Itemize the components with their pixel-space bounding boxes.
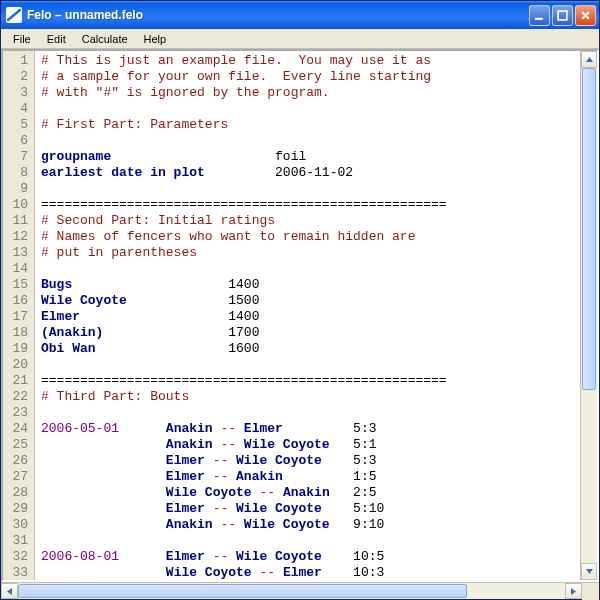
scroll-down-icon[interactable] — [581, 563, 597, 580]
code-line[interactable]: # This is just an example file. You may … — [41, 53, 580, 69]
line-number: 23 — [5, 405, 28, 421]
code-line[interactable]: Wile Coyote -- Elmer 10:3 — [41, 565, 580, 580]
line-number: 3 — [5, 85, 28, 101]
hscroll-track[interactable] — [18, 583, 565, 599]
scroll-up-icon[interactable] — [581, 51, 597, 68]
scroll-right-icon[interactable] — [565, 583, 582, 599]
horizontal-scrollbar-row — [1, 582, 599, 599]
line-number: 21 — [5, 373, 28, 389]
code-line[interactable] — [41, 533, 580, 549]
line-number: 28 — [5, 485, 28, 501]
line-number: 33 — [5, 565, 28, 580]
line-number: 30 — [5, 517, 28, 533]
code-line[interactable]: Obi Wan 1600 — [41, 341, 580, 357]
line-number: 19 — [5, 341, 28, 357]
line-number: 15 — [5, 277, 28, 293]
code-line[interactable]: 2006-05-01 Anakin -- Elmer 5:3 — [41, 421, 580, 437]
code-line[interactable] — [41, 181, 580, 197]
code-line[interactable]: # put in parentheses — [41, 245, 580, 261]
line-number: 9 — [5, 181, 28, 197]
code-line[interactable]: Elmer -- Wile Coyote 5:10 — [41, 501, 580, 517]
line-number: 13 — [5, 245, 28, 261]
code-line[interactable]: groupname foil — [41, 149, 580, 165]
code-line[interactable]: 2006-08-01 Elmer -- Wile Coyote 10:5 — [41, 549, 580, 565]
editor-viewport: 1234567891011121314151617181920212223242… — [3, 51, 580, 580]
code-line[interactable]: Wile Coyote -- Anakin 2:5 — [41, 485, 580, 501]
line-number: 26 — [5, 453, 28, 469]
close-button[interactable] — [575, 5, 596, 26]
code-line[interactable] — [41, 101, 580, 117]
line-number: 1 — [5, 53, 28, 69]
line-number: 8 — [5, 165, 28, 181]
menu-calculate[interactable]: Calculate — [74, 31, 136, 47]
vertical-scrollbar[interactable] — [580, 51, 597, 580]
line-number: 14 — [5, 261, 28, 277]
line-number: 18 — [5, 325, 28, 341]
line-number: 31 — [5, 533, 28, 549]
code-line[interactable]: Anakin -- Wile Coyote 9:10 — [41, 517, 580, 533]
code-line[interactable]: # Names of fencers who want to remain hi… — [41, 229, 580, 245]
app-window: Felo – unnamed.felo File Edit Calculate … — [0, 0, 600, 600]
code-line[interactable]: Elmer -- Anakin 1:5 — [41, 469, 580, 485]
window-title: Felo – unnamed.felo — [27, 8, 529, 22]
scrollbar-corner — [582, 583, 599, 600]
horizontal-scrollbar[interactable] — [1, 583, 582, 599]
line-number: 6 — [5, 133, 28, 149]
code-line[interactable]: # Second Part: Initial ratings — [41, 213, 580, 229]
menu-file[interactable]: File — [5, 31, 39, 47]
code-line[interactable]: earliest date in plot 2006-11-02 — [41, 165, 580, 181]
vscroll-thumb[interactable] — [582, 68, 596, 390]
line-number: 24 — [5, 421, 28, 437]
code-line[interactable]: Bugs 1400 — [41, 277, 580, 293]
scroll-left-icon[interactable] — [1, 583, 18, 599]
line-number: 2 — [5, 69, 28, 85]
hscroll-thumb[interactable] — [18, 584, 467, 598]
code-area[interactable]: # This is just an example file. You may … — [35, 51, 580, 580]
menu-edit[interactable]: Edit — [39, 31, 74, 47]
menu-bar: File Edit Calculate Help — [1, 29, 599, 49]
minimize-button[interactable] — [529, 5, 550, 26]
code-line[interactable]: Elmer -- Wile Coyote 5:3 — [41, 453, 580, 469]
line-number: 20 — [5, 357, 28, 373]
titlebar[interactable]: Felo – unnamed.felo — [1, 1, 599, 29]
code-line[interactable] — [41, 405, 580, 421]
code-line[interactable]: # Third Part: Bouts — [41, 389, 580, 405]
app-icon — [6, 7, 22, 23]
maximize-button[interactable] — [552, 5, 573, 26]
vscroll-track[interactable] — [581, 68, 597, 563]
line-number: 11 — [5, 213, 28, 229]
line-number: 10 — [5, 197, 28, 213]
menu-help[interactable]: Help — [136, 31, 175, 47]
editor: 1234567891011121314151617181920212223242… — [1, 49, 599, 582]
line-number: 16 — [5, 293, 28, 309]
line-number: 25 — [5, 437, 28, 453]
line-number: 29 — [5, 501, 28, 517]
line-number: 32 — [5, 549, 28, 565]
line-number: 27 — [5, 469, 28, 485]
line-number: 12 — [5, 229, 28, 245]
code-line[interactable]: # a sample for your own file. Every line… — [41, 69, 580, 85]
code-line[interactable] — [41, 133, 580, 149]
line-number: 17 — [5, 309, 28, 325]
line-number-gutter: 1234567891011121314151617181920212223242… — [3, 51, 35, 580]
svg-rect-1 — [558, 11, 567, 20]
code-line[interactable]: Wile Coyote 1500 — [41, 293, 580, 309]
code-line[interactable] — [41, 357, 580, 373]
line-number: 4 — [5, 101, 28, 117]
line-number: 22 — [5, 389, 28, 405]
window-controls — [529, 5, 596, 26]
code-line[interactable]: Anakin -- Wile Coyote 5:1 — [41, 437, 580, 453]
code-line[interactable]: ========================================… — [41, 197, 580, 213]
code-line[interactable]: # First Part: Parameters — [41, 117, 580, 133]
line-number: 7 — [5, 149, 28, 165]
svg-rect-0 — [535, 17, 543, 19]
code-line[interactable]: (Anakin) 1700 — [41, 325, 580, 341]
code-line[interactable] — [41, 261, 580, 277]
line-number: 5 — [5, 117, 28, 133]
code-line[interactable]: ========================================… — [41, 373, 580, 389]
code-line[interactable]: # with "#" is ignored by the program. — [41, 85, 580, 101]
code-line[interactable]: Elmer 1400 — [41, 309, 580, 325]
